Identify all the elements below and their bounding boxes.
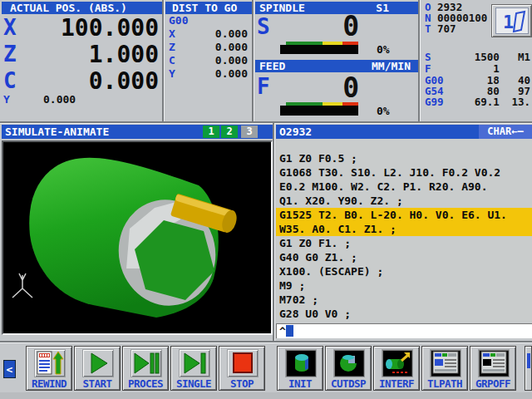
- spindle-unit: S1: [376, 2, 389, 14]
- code-line-highlighted[interactable]: W35. A0. C1. Z1. ;: [276, 222, 532, 236]
- divider: [162, 0, 165, 121]
- rewind-document-icon: [35, 350, 65, 377]
- input-mode-indicator: CHAR←—: [479, 125, 532, 139]
- divider: [273, 123, 275, 341]
- code-line[interactable]: E0.2 M100. W2. C2. P1. R20. A90.: [276, 180, 532, 194]
- start-play-icon: [83, 350, 113, 377]
- feed-letter: F: [257, 74, 270, 100]
- input-prompt: ^: [279, 325, 286, 337]
- feed-unit: MM/MIN: [372, 60, 411, 72]
- text-cursor: [286, 325, 293, 337]
- tool-number-row: T 707: [425, 23, 456, 34]
- view-button-2[interactable]: 2: [221, 126, 238, 138]
- code-line[interactable]: M702 ;: [276, 293, 532, 307]
- stop-square-icon: [228, 350, 258, 377]
- stop-button[interactable]: STOP: [219, 346, 265, 391]
- softkey-page-left-button[interactable]: <: [3, 360, 16, 378]
- axis-row-x: X 100.000: [3, 15, 160, 41]
- tlpath-button[interactable]: TLPATH: [421, 346, 468, 391]
- axis-row-c: C 0.000: [3, 68, 160, 94]
- bottom-strip: [0, 392, 532, 399]
- axis-value: 0.000: [215, 41, 248, 54]
- process-play-pause-icon: [131, 350, 161, 377]
- feed-value: 0: [326, 73, 359, 103]
- dist-to-go-panel: DIST TO GO G00 X 0.000 Z 0.000 C 0.000 Y…: [165, 0, 252, 121]
- status-row-f: F 1: [425, 63, 530, 74]
- tool-path-window-icon: [431, 350, 461, 377]
- axis-label: C: [3, 68, 17, 94]
- status-row-g99: G99 69.1 13.: [425, 96, 530, 107]
- key-input-line[interactable]: ^: [276, 323, 532, 338]
- spindle-load-bar: [280, 45, 358, 54]
- status-row-s: S 1500 M1: [425, 52, 530, 62]
- actual-pos-header: ACTUAL POS. (ABS.): [2, 2, 162, 14]
- code-line-highlighted[interactable]: G1525 T2. B0. L-20. H0. V0. E6. U1.: [276, 208, 532, 222]
- single-block-play-icon: [180, 350, 209, 377]
- dist-to-go-title: DIST TO GO: [172, 2, 237, 14]
- display-select-icon: 1: [495, 7, 529, 34]
- feed-load-bar: [280, 106, 358, 116]
- axis-value: 0.000: [215, 67, 248, 81]
- axis-value: 100.000: [61, 15, 159, 41]
- dist-to-go-header: DIST TO GO: [165, 2, 252, 14]
- softkey-partial-button[interactable]: [525, 346, 532, 391]
- spindle-feed-panel: SPINDLE S1 S 0 0% FEED MM/MIN F 0 0%: [255, 0, 418, 121]
- rewind-button[interactable]: REWIND: [26, 346, 72, 391]
- axis-value: 0.000: [215, 27, 248, 41]
- actual-pos-title: ACTUAL POS. (ABS.): [10, 2, 127, 14]
- axis-label: X: [3, 15, 17, 41]
- dist-gcode: G00: [169, 14, 248, 27]
- cut-display-icon: [334, 350, 364, 377]
- dist-row: Y 0.000: [169, 67, 248, 81]
- code-line[interactable]: X100. (ESCAPE) ;: [276, 264, 532, 278]
- interference-check-icon: [382, 350, 412, 377]
- sub-axis-label: Y: [3, 93, 10, 106]
- code-line[interactable]: M9 ;: [276, 278, 532, 293]
- axis-label: Y: [169, 67, 175, 80]
- axis-row-z: Z 1.000: [3, 42, 160, 67]
- cutdsp-button[interactable]: CUTDSP: [325, 346, 372, 391]
- axis-label: X: [169, 27, 175, 40]
- init-workpiece-icon: [286, 350, 316, 377]
- code-line[interactable]: G40 G0 Z1. ;: [276, 250, 532, 264]
- spindle-letter: S: [257, 14, 270, 40]
- code-line[interactable]: G1 Z0 F1. ;: [276, 236, 532, 250]
- code-line[interactable]: Q1. X20. Y90. Z2. ;: [276, 194, 532, 208]
- program-editor[interactable]: G1 Z0 F0.5 ; G1068 T30. S10. L2. J10. F0…: [276, 139, 532, 323]
- view-button-1[interactable]: 1: [203, 126, 219, 138]
- spindle-title: SPINDLE: [259, 2, 305, 14]
- axis-value: 0.000: [89, 68, 159, 94]
- start-button[interactable]: START: [74, 346, 121, 391]
- process-button[interactable]: PROCES: [122, 346, 169, 391]
- dist-row: Z 0.000: [169, 41, 248, 54]
- spindle-load-percent: 0%: [377, 43, 390, 56]
- divider: [0, 121, 532, 124]
- sub-axis-value: 0.000: [43, 93, 76, 106]
- code-line[interactable]: G28 U0 V0 ;: [276, 307, 532, 321]
- dist-row: X 0.000: [169, 27, 248, 41]
- grpoff-button[interactable]: GRPOFF: [470, 346, 516, 391]
- axis-triad-icon: [12, 273, 32, 298]
- simulation-viewport: [2, 140, 273, 335]
- feed-load-percent: 0%: [377, 105, 390, 117]
- editor-titlebar: O2932 CHAR←—: [276, 125, 532, 139]
- axis-label: C: [169, 54, 175, 66]
- simulate-title: SIMULATE-ANIMATE: [5, 126, 109, 138]
- divider: [252, 0, 254, 121]
- program-title: O2932: [279, 126, 312, 138]
- interf-button[interactable]: INTERF: [373, 346, 420, 391]
- code-line[interactable]: G1 Z0 F0.5 ;: [276, 151, 532, 165]
- partial-icon: [527, 353, 530, 368]
- code-line[interactable]: G1068 T30. S10. L2. J10. F0.2 V0.2: [276, 165, 532, 180]
- divider: [0, 341, 532, 343]
- single-block-button[interactable]: SINGLE: [170, 346, 217, 391]
- spindle-value: 0: [326, 12, 359, 42]
- display-select-button[interactable]: 1: [491, 4, 532, 37]
- init-button[interactable]: INIT: [277, 346, 323, 391]
- tool-value: 707: [437, 22, 456, 35]
- dist-row: C 0.000: [169, 54, 248, 67]
- feed-title: FEED: [259, 60, 285, 72]
- graphic-off-window-icon: [479, 350, 509, 377]
- view-button-3[interactable]: 3: [241, 126, 258, 138]
- cnc-screen: ACTUAL POS. (ABS.) X 100.000 Z 1.000 C 0…: [0, 0, 532, 399]
